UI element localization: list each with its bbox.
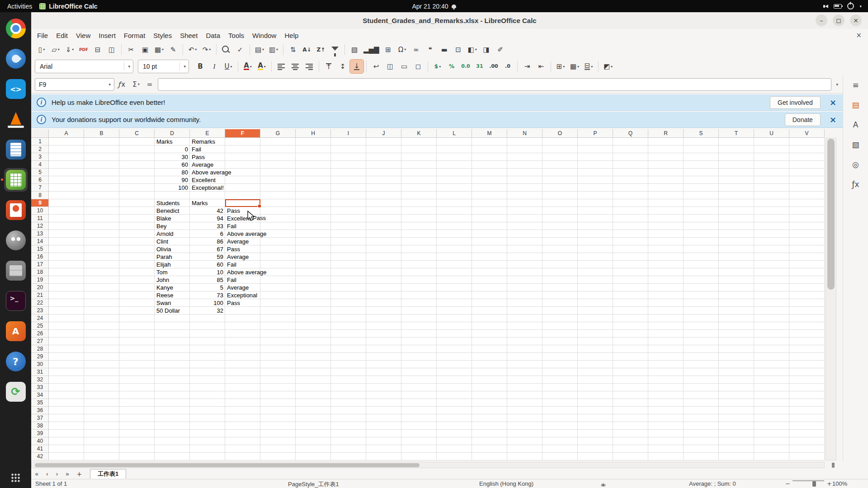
row-header-23[interactable]: 23 <box>31 307 49 314</box>
cell-D3[interactable]: 30 <box>155 153 188 161</box>
software-updater-icon[interactable]: ⟳ <box>4 380 28 404</box>
close-document-icon[interactable]: × <box>849 31 868 39</box>
row-header-17[interactable]: 17 <box>31 261 49 268</box>
previous-sheet-button[interactable]: ‹ <box>42 470 52 478</box>
google-chrome-icon[interactable] <box>4 17 28 40</box>
cell-E18[interactable]: 10 <box>190 268 223 276</box>
cell-E13[interactable]: 6 <box>190 230 223 238</box>
cell-E17[interactable]: 60 <box>190 261 223 268</box>
styles-icon[interactable]: A <box>849 118 863 131</box>
cut-button[interactable]: ✂ <box>124 43 138 56</box>
visual-studio-code-icon[interactable]: <> <box>4 77 28 101</box>
maximize-button[interactable]: ◻ <box>833 14 844 26</box>
row-header-13[interactable]: 13 <box>31 230 49 238</box>
get-involved-button[interactable]: Get involved <box>770 96 821 109</box>
row-header-19[interactable]: 19 <box>31 276 49 284</box>
close-button[interactable]: × <box>850 14 862 26</box>
cell-E2[interactable]: Fail <box>192 145 201 153</box>
define-print-area-button[interactable]: ⊡ <box>452 43 465 56</box>
cell-D2[interactable]: 0 <box>155 145 188 153</box>
format-as-currency-button[interactable]: $▾ <box>431 60 444 73</box>
column-header-G[interactable]: G <box>260 129 296 138</box>
cell-F14[interactable]: Average <box>227 238 249 245</box>
cell-E15[interactable]: 67 <box>190 245 223 253</box>
row-header-18[interactable]: 18 <box>31 268 49 276</box>
row-header-41[interactable]: 41 <box>31 445 49 453</box>
cell-D4[interactable]: 60 <box>155 161 188 169</box>
align-center-button[interactable] <box>288 60 302 73</box>
freeze-rows-and-columns-button[interactable]: ◧▾ <box>466 43 479 56</box>
column-header-O[interactable]: O <box>542 129 578 138</box>
row-header-20[interactable]: 20 <box>31 284 49 291</box>
insert-column-button[interactable]: ▥▾ <box>267 43 280 56</box>
align-top-button[interactable]: ↑ <box>322 60 335 73</box>
cell-F17[interactable]: Fail <box>227 261 236 268</box>
cell-F16[interactable]: Average <box>227 253 249 261</box>
clone-formatting-button[interactable]: ✎ <box>166 43 180 56</box>
cell-D21[interactable]: Reese <box>156 291 174 299</box>
increase-indent-button[interactable]: ⇥ <box>520 60 534 73</box>
align-bottom-button[interactable]: ↓ <box>350 60 363 73</box>
align-right-button[interactable] <box>302 60 316 73</box>
row-header-31[interactable]: 31 <box>31 368 49 376</box>
zoom-level-label[interactable]: 100% <box>832 480 847 487</box>
new-button[interactable]: ▯▾ <box>35 43 48 56</box>
row-header-8[interactable]: 8 <box>31 192 49 199</box>
insert-row-button[interactable]: ▤▾ <box>253 43 266 56</box>
spelling-button[interactable]: ✓ <box>233 43 247 56</box>
menu-view[interactable]: View <box>72 30 94 41</box>
donate-button[interactable]: Donate <box>785 113 821 126</box>
show-draw-functions-button[interactable]: ✐ <box>494 43 507 56</box>
thunderbird-icon[interactable] <box>4 47 28 70</box>
row-header-27[interactable]: 27 <box>31 338 49 345</box>
underline-button[interactable]: U▾ <box>222 60 235 73</box>
activities-button[interactable]: Activities <box>0 3 39 10</box>
vlc-icon[interactable] <box>4 108 28 131</box>
gimp-icon[interactable] <box>4 229 28 252</box>
cell-D11[interactable]: Blake <box>156 215 171 222</box>
row-header-3[interactable]: 3 <box>31 153 49 161</box>
row-header-36[interactable]: 36 <box>31 407 49 414</box>
formula-input[interactable] <box>158 78 831 91</box>
cell-E21[interactable]: 73 <box>190 291 223 299</box>
cell-E6[interactable]: Excellent <box>192 176 216 184</box>
ubuntu-software-icon[interactable]: A <box>4 319 28 343</box>
cell-D17[interactable]: Elijah <box>156 261 171 268</box>
column-header-I[interactable]: I <box>331 129 366 138</box>
row-header-4[interactable]: 4 <box>31 161 49 169</box>
close-infobar-icon[interactable]: × <box>826 98 836 107</box>
menu-sheet[interactable]: Sheet <box>176 30 202 41</box>
function-wizard-button[interactable]: ƒx <box>114 80 129 89</box>
formula-button[interactable]: = <box>143 80 156 89</box>
terminal-icon[interactable]: >_ <box>4 289 28 313</box>
center-vertically-button[interactable]: ↕ <box>336 60 349 73</box>
cell-F21[interactable]: Exceptional <box>227 291 257 299</box>
format-as-number-button[interactable]: 0.0 <box>459 60 472 73</box>
horizontal-scrollbar-thumb[interactable] <box>35 463 420 467</box>
zoom-in-button[interactable]: + <box>827 480 832 487</box>
cell-E10[interactable]: 42 <box>190 207 223 215</box>
cell-F12[interactable]: Fail <box>227 222 236 230</box>
decrease-indent-button[interactable]: ⇤ <box>534 60 548 73</box>
row-header-16[interactable]: 16 <box>31 253 49 261</box>
document-modified-icon[interactable]: ∗ <box>601 481 605 488</box>
column-header-T[interactable]: T <box>719 129 754 138</box>
insert-hyperlink-button[interactable]: ∞ <box>410 43 423 56</box>
font-color-button[interactable]: A▾ <box>241 60 255 73</box>
next-sheet-button[interactable]: › <box>52 470 62 478</box>
libreoffice-writer-icon[interactable] <box>4 138 28 161</box>
expand-formula-bar-icon[interactable]: ▾ <box>831 82 843 87</box>
fill-handle[interactable] <box>258 204 261 208</box>
cell-E12[interactable]: 33 <box>190 222 223 230</box>
cell-D22[interactable]: Swan <box>156 299 171 307</box>
row-header-6[interactable]: 6 <box>31 176 49 184</box>
cell-F15[interactable]: Pass <box>227 245 240 253</box>
cell-F20[interactable]: Average <box>227 284 249 291</box>
zoom-out-button[interactable]: − <box>785 480 790 487</box>
cell-D16[interactable]: Parah <box>156 253 172 261</box>
format-as-percent-button[interactable]: % <box>445 60 458 73</box>
zoom-slider-thumb[interactable] <box>812 481 816 487</box>
cell-E11[interactable]: 94 <box>190 215 223 222</box>
column-header-A[interactable]: A <box>49 129 84 138</box>
row-header-21[interactable]: 21 <box>31 291 49 299</box>
